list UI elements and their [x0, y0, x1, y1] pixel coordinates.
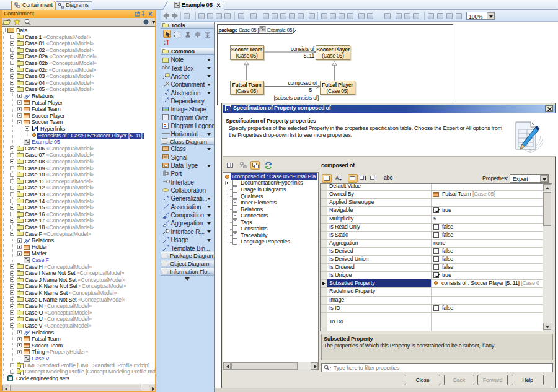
svg-text:Example 05: Example 05	[267, 27, 293, 33]
svg-text:5..11: 5..11	[304, 53, 315, 59]
svg-text:A: A	[166, 92, 168, 96]
svg-text:Case 05 [: Case 05 [	[239, 27, 259, 33]
svg-text:]: ]	[293, 27, 294, 33]
svg-text:package: package	[219, 27, 238, 33]
svg-text:consists of: consists of	[291, 46, 315, 52]
svg-text:{subsets consists of}: {subsets consists of}	[273, 95, 319, 101]
svg-text:5: 5	[309, 87, 312, 93]
svg-text:composed of: composed of	[288, 80, 317, 86]
